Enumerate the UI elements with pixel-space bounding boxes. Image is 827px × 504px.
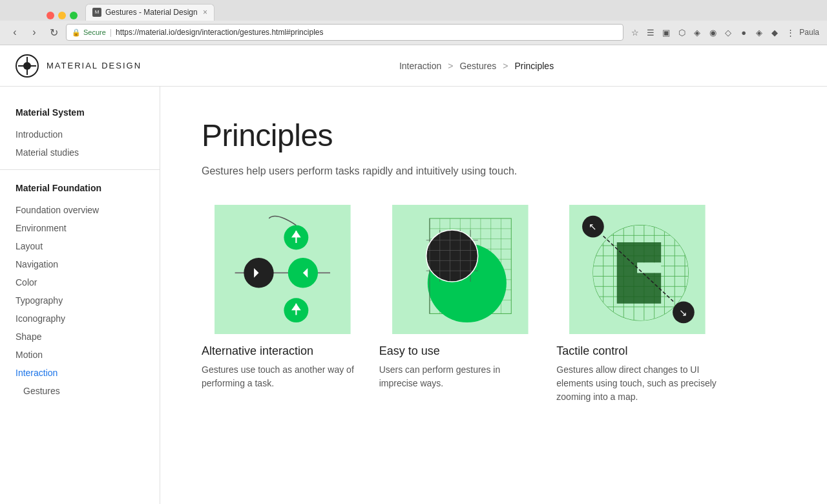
reader-icon[interactable]: ☰ [644, 26, 657, 39]
sidebar-section-title-material-foundation: Material Foundation [0, 178, 160, 198]
address-bar[interactable]: 🔒 Secure | https://material.io/design/in… [66, 24, 623, 41]
svg-point-1 [23, 62, 31, 70]
sidebar: Material System Introduction Material st… [0, 87, 160, 504]
pocket-icon[interactable]: ▣ [660, 26, 673, 39]
sidebar-item-shape[interactable]: Shape [0, 328, 160, 346]
sidebar-sub-item-gestures[interactable]: Gestures [0, 382, 160, 400]
secure-label: Secure [83, 28, 106, 36]
card-alternative-interaction: Alternative interaction Gestures use tou… [202, 205, 364, 404]
extensions-icon[interactable]: ⬡ [675, 26, 688, 39]
brand: MATERIAL DESIGN [16, 54, 141, 78]
lock-icon: 🔒 [72, 28, 81, 37]
ext5-icon[interactable]: ● [737, 26, 750, 39]
sidebar-item-environment[interactable]: Environment [0, 219, 160, 237]
user-name-label: Paula [799, 28, 819, 37]
tab-favicon-icon: M [92, 8, 101, 17]
minimize-window-button[interactable] [58, 12, 66, 19]
browser-toolbar: ‹ › ↻ 🔒 Secure | https://material.io/des… [0, 21, 827, 45]
tab-title: Gestures - Material Design [105, 8, 198, 17]
breadcrumb-interaction[interactable]: Interaction [399, 61, 441, 71]
cards-grid: Alternative interaction Gestures use tou… [202, 205, 718, 404]
card-illustration-alternative [202, 205, 364, 334]
card-desc-alternative: Gestures use touch as another way of per… [202, 363, 364, 390]
back-button[interactable]: ‹ [8, 25, 22, 39]
sidebar-item-material-studies[interactable]: Material studies [0, 143, 160, 162]
sidebar-item-foundation-overview[interactable]: Foundation overview [0, 201, 160, 219]
page-title: Principles [202, 118, 786, 153]
page-subtitle: Gestures help users perform tasks rapidl… [202, 163, 786, 179]
breadcrumb: Interaction > Gestures > Principles [141, 61, 811, 71]
card-title-alternative: Alternative interaction [202, 344, 364, 358]
app-container: MATERIAL DESIGN Interaction > Gestures >… [0, 45, 827, 504]
svg-text:↘: ↘ [680, 308, 688, 318]
ext3-icon[interactable]: ◉ [706, 26, 719, 39]
sidebar-item-color[interactable]: Color [0, 273, 160, 291]
bookmark-icon[interactable]: ☆ [629, 26, 642, 39]
sidebar-section-material-foundation: Material Foundation Foundation overview … [0, 178, 160, 400]
main-content: Principles Gestures help users perform t… [160, 87, 827, 504]
address-divider: | [110, 28, 112, 37]
browser-chrome: M Gestures - Material Design × ‹ › ↻ 🔒 S… [0, 0, 827, 45]
sidebar-item-navigation[interactable]: Navigation [0, 255, 160, 273]
card-title-easy: Easy to use [379, 344, 541, 358]
body-layout: Material System Introduction Material st… [0, 87, 827, 504]
brand-logo-icon [16, 54, 39, 78]
menu-icon[interactable]: ⋮ [784, 26, 797, 39]
toolbar-icons: ☆ ☰ ▣ ⬡ ◈ ◉ ◇ ● ◈ ◆ ⋮ Paula [629, 26, 819, 39]
ext2-icon[interactable]: ◈ [691, 26, 704, 39]
breadcrumb-gestures[interactable]: Gestures [459, 61, 496, 71]
traffic-lights [47, 12, 78, 19]
card-title-tactile: Tactile control [556, 344, 718, 358]
tab-close-button[interactable]: × [203, 8, 207, 17]
card-desc-tactile: Gestures allow direct changes to UI elem… [556, 363, 718, 404]
ext4-icon[interactable]: ◇ [722, 26, 735, 39]
sidebar-divider-1 [0, 169, 160, 170]
browser-tab[interactable]: M Gestures - Material Design × [85, 4, 215, 21]
ext7-icon[interactable]: ◆ [768, 26, 781, 39]
sidebar-item-interaction[interactable]: Interaction [0, 364, 160, 382]
url-text[interactable]: https://material.io/design/interaction/g… [116, 28, 324, 37]
svg-text:↖: ↖ [589, 222, 598, 232]
sidebar-item-motion[interactable]: Motion [0, 346, 160, 364]
sidebar-section-title-material-system: Material System [0, 102, 160, 123]
card-desc-easy: Users can perform gestures in imprecise … [379, 363, 541, 390]
breadcrumb-sep1: > [448, 61, 453, 71]
sidebar-item-iconography[interactable]: Iconography [0, 310, 160, 328]
forward-button[interactable]: › [27, 25, 41, 39]
ext6-icon[interactable]: ◈ [753, 26, 766, 39]
card-tactile-control: ↖ ↘ Tactile control Gestures allow direc… [556, 205, 718, 404]
sidebar-section-material-system: Material System Introduction Material st… [0, 102, 160, 162]
brand-name-label: MATERIAL DESIGN [47, 61, 141, 70]
close-window-button[interactable] [47, 12, 54, 19]
sidebar-item-layout[interactable]: Layout [0, 237, 160, 255]
card-illustration-easy [379, 205, 541, 334]
svg-point-6 [288, 258, 318, 288]
breadcrumb-principles[interactable]: Principles [514, 61, 554, 71]
maximize-window-button[interactable] [70, 12, 78, 19]
card-easy-to-use: Easy to use Users can perform gestures i… [379, 205, 541, 404]
breadcrumb-sep2: > [503, 61, 508, 71]
card-illustration-tactile: ↖ ↘ [556, 205, 718, 334]
svg-rect-2 [215, 205, 351, 334]
sidebar-item-introduction[interactable]: Introduction [0, 125, 160, 143]
app-header: MATERIAL DESIGN Interaction > Gestures >… [0, 45, 827, 87]
svg-point-4 [244, 258, 273, 288]
sidebar-item-typography[interactable]: Typography [0, 291, 160, 310]
refresh-button[interactable]: ↻ [47, 25, 61, 39]
tab-bar: M Gestures - Material Design × [0, 0, 827, 21]
